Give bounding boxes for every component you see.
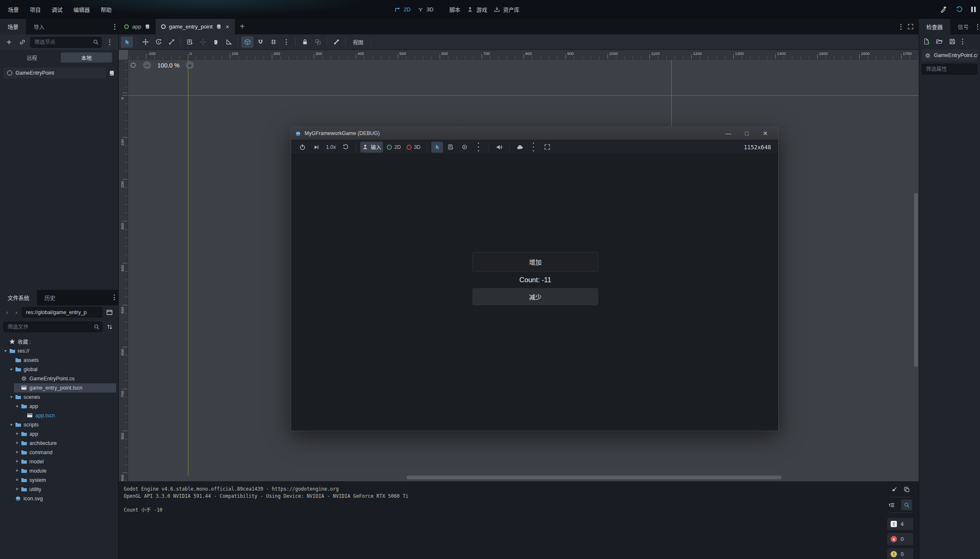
menu-item[interactable]: 调试 <box>46 0 68 19</box>
filter-properties-input[interactable] <box>922 64 977 75</box>
rotate-tool-button[interactable] <box>152 36 164 48</box>
expand-chevron-icon[interactable] <box>14 431 20 437</box>
move-tool-button[interactable] <box>139 36 151 48</box>
select-mode-button[interactable] <box>431 142 443 153</box>
file-tree-row[interactable]: res:// <box>0 346 118 356</box>
message-count-badge[interactable]: 0 <box>887 533 913 545</box>
new-scene-tab-button[interactable]: + <box>235 19 250 34</box>
file-tree-row[interactable]: module <box>0 466 118 476</box>
clear-output-icon[interactable] <box>891 486 897 493</box>
file-tree-row[interactable]: app.tscn <box>0 411 118 420</box>
message-count-badge[interactable]: 4 <box>887 518 913 530</box>
history-back-icon[interactable]: ‹ <box>3 309 11 316</box>
pause-game-icon[interactable] <box>971 7 976 12</box>
expand-chevron-icon[interactable] <box>8 422 14 428</box>
grid-snap-button[interactable] <box>254 36 266 48</box>
load-resource-icon[interactable] <box>936 38 943 45</box>
editor-mode-button[interactable]: 资产库 <box>494 5 519 13</box>
local-tree-button[interactable]: 本地 <box>61 52 112 62</box>
file-tree-row[interactable]: command <box>0 448 118 457</box>
menu-item[interactable]: 编辑器 <box>68 0 95 19</box>
scene-tree-menu-icon[interactable] <box>104 37 115 48</box>
scene-dock-menu-icon[interactable] <box>114 24 115 30</box>
filter-files-input[interactable] <box>3 322 102 332</box>
view-menu-button[interactable]: 视图 <box>349 38 368 46</box>
horizontal-scrollbar[interactable] <box>407 476 782 479</box>
suspend-button[interactable] <box>297 142 308 153</box>
selection-options-menu-icon[interactable] <box>473 142 485 153</box>
dock-tab[interactable]: 检查器 <box>919 19 950 34</box>
minimize-window-button[interactable]: — <box>719 130 738 137</box>
expand-chevron-icon[interactable] <box>3 348 8 354</box>
menu-item[interactable]: 场景 <box>3 0 24 19</box>
expand-chevron-icon[interactable] <box>8 367 14 372</box>
menu-item[interactable]: 项目 <box>24 0 46 19</box>
file-sort-button[interactable] <box>104 322 115 333</box>
mute-audio-button[interactable] <box>493 142 505 153</box>
file-tree-row[interactable]: architecture <box>0 439 118 448</box>
editor-mode-button[interactable]: 游戏 <box>467 5 487 13</box>
file-tree-row[interactable]: game_entry_point.tscn <box>0 383 118 393</box>
game-viewport[interactable]: 增加 Count: -11 减少 <box>291 155 778 431</box>
expand-chevron-icon[interactable] <box>14 440 20 446</box>
file-tree-row[interactable]: scripts <box>0 420 118 429</box>
expand-chevron-icon[interactable] <box>14 459 20 465</box>
group-selected-button[interactable] <box>312 36 324 48</box>
file-tree-row[interactable]: app <box>0 402 118 411</box>
file-tree-row[interactable]: utility <box>0 485 118 494</box>
maximize-window-button[interactable]: □ <box>738 130 756 137</box>
dock-tab[interactable]: 历史 <box>37 290 63 305</box>
camera-2d-override-button[interactable]: 2D <box>385 142 403 153</box>
editor-mode-button[interactable]: 3D <box>417 6 434 13</box>
dock-tab[interactable]: 信号 <box>950 19 976 34</box>
zoom-out-button[interactable]: − <box>143 61 151 69</box>
file-tree-row[interactable]: scenes <box>0 393 118 402</box>
menu-item[interactable]: 帮助 <box>95 0 117 19</box>
dock-tab[interactable]: 导入 <box>26 19 52 34</box>
center-view-icon[interactable] <box>130 62 137 69</box>
reset-speed-button[interactable] <box>340 142 352 153</box>
expand-chevron-icon[interactable] <box>14 486 20 492</box>
inspector-dock-menu-icon[interactable] <box>977 24 978 30</box>
dock-tab[interactable]: 场景 <box>0 19 26 34</box>
file-tree-row[interactable]: global <box>0 365 118 374</box>
file-tree-row[interactable]: model <box>0 457 118 466</box>
expand-chevron-icon[interactable] <box>14 450 20 455</box>
search-output-button[interactable] <box>901 499 912 510</box>
history-forward-icon[interactable]: › <box>13 309 20 316</box>
vertical-scrollbar[interactable] <box>914 193 918 367</box>
filter-nodes-input[interactable] <box>30 37 102 48</box>
editor-mode-button[interactable]: 脚本 <box>440 5 460 13</box>
editor-mode-button[interactable]: 2D <box>394 6 411 13</box>
message-count-badge[interactable]: 0 <box>887 548 913 559</box>
filesystem-menu-icon[interactable] <box>114 294 115 300</box>
close-window-button[interactable]: ✕ <box>756 130 774 137</box>
scene-tab[interactable]: game_entry_point × <box>156 19 235 34</box>
current-path-input[interactable] <box>22 307 102 317</box>
snap-config-button[interactable] <box>267 36 279 48</box>
expand-chevron-icon[interactable] <box>14 468 20 474</box>
skeleton-options-button[interactable] <box>330 36 342 48</box>
file-tree-row[interactable]: 收藏 : <box>0 337 118 346</box>
scene-tab[interactable]: app <box>119 19 156 34</box>
ruler-tool-button[interactable] <box>223 36 235 48</box>
game-window-titlebar[interactable]: MyGFrameworkGame (DEBUG) — □ ✕ <box>291 127 778 140</box>
expand-chevron-icon[interactable] <box>8 394 14 400</box>
reload-game-icon[interactable] <box>956 6 963 13</box>
remote-tree-button[interactable]: 远程 <box>6 52 57 62</box>
add-node-button[interactable] <box>3 37 14 48</box>
zoom-level[interactable]: 100.0 % <box>157 62 180 69</box>
scale-tool-button[interactable] <box>165 36 177 48</box>
tab-list-menu-icon[interactable] <box>900 24 902 30</box>
attached-script-icon[interactable] <box>109 70 115 76</box>
list-select-tool-button[interactable] <box>184 36 196 48</box>
list-select-button[interactable] <box>445 142 457 153</box>
game-debug-window[interactable]: MyGFrameworkGame (DEBUG) — □ ✕ 1.0x 输入 2… <box>291 127 779 431</box>
embed-fullscreen-button[interactable] <box>542 142 553 153</box>
save-resource-icon[interactable] <box>949 38 956 45</box>
debug-overlay-button[interactable] <box>514 142 526 153</box>
file-tree-row[interactable]: system <box>0 476 118 485</box>
pivot-tool-button[interactable] <box>197 36 209 48</box>
expand-chevron-icon[interactable] <box>14 403 20 409</box>
select-tool-button[interactable] <box>121 36 133 48</box>
